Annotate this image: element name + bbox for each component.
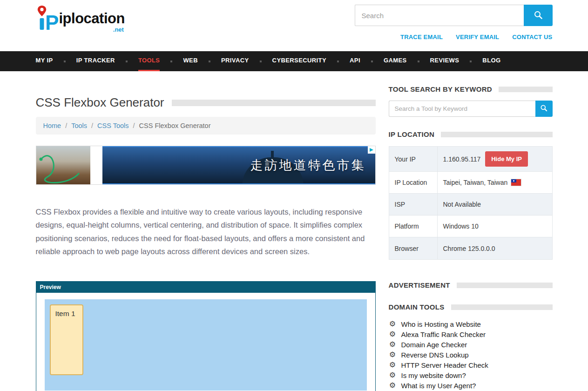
ad-main-image: 走訪地道特色市集 [102,146,375,184]
tool-search [389,101,553,117]
heading-decorative-bar [457,283,553,288]
flex-item-label: Item 1 [55,310,75,317]
ip-location-value: Taipei, Taiwan, Taiwan [443,179,508,186]
domain-tool-link[interactable]: Alexa Traffic Rank Checker [401,330,486,338]
hide-my-ip-button[interactable]: Hide My IP [485,151,528,167]
list-item[interactable]: ⚙ Reverse DNS Lookup [389,350,553,360]
list-item[interactable]: ⚙ What is my User Agent? [389,380,553,391]
nav-item-web[interactable]: WEB [183,51,198,71]
page-title: CSS Flexbox Generator [36,95,164,110]
title-decorative-bar [172,100,376,106]
gear-icon: ⚙ [389,371,397,379]
tool-search-input[interactable] [389,101,535,117]
nav-item-ip-tracker[interactable]: IP TRACKER [76,51,115,71]
preview-panel: Preview Item 1 [36,281,376,391]
svg-text:P: P [45,11,58,32]
heading-decorative-bar [499,87,553,92]
tool-description: CSS Flexbox provides a flexible and intu… [36,205,376,258]
list-item[interactable]: ⚙ Who is Hosting a Website [389,319,553,329]
row-label: ISP [389,194,438,215]
advertisement-heading: ADVERTISEMENT [389,281,553,289]
row-label: IP Location [389,172,438,193]
domain-tool-link[interactable]: HTTP Server Header Check [401,361,488,369]
breadcrumb: Home / Tools / CSS Tools / CSS Flexbox G… [36,117,376,135]
domain-tool-link[interactable]: Who is Hosting a Website [401,320,481,328]
breadcrumb-home[interactable]: Home [43,122,61,129]
breadcrumb-css-tools[interactable]: CSS Tools [97,122,128,129]
preview-header: Preview [36,282,375,293]
gear-icon: ⚙ [389,320,397,328]
breadcrumb-current: CSS Flexbox Generator [139,122,211,129]
nav-separator [170,61,172,62]
nav-separator [126,61,128,62]
list-item[interactable]: ⚙ Domain Age Checker [389,339,553,350]
table-row: ISP Not Available [389,194,552,216]
contact-us-link[interactable]: CONTACT US [512,34,552,40]
domain-tool-link[interactable]: Domain Age Checker [401,341,467,349]
nav-separator [64,61,66,62]
breadcrumb-tools[interactable]: Tools [71,122,87,129]
nav-item-cybersecurity[interactable]: CYBERSECURITY [272,51,326,71]
row-label: Browser [389,237,438,259]
gear-icon: ⚙ [389,351,397,358]
ip-location-heading: IP LOCATION [389,130,553,138]
heading-decorative-bar [451,304,553,310]
list-item[interactable]: ⚙ Alexa Traffic Rank Checker [389,329,553,339]
nav-item-my-ip[interactable]: MY IP [36,51,53,71]
domain-tools-list: ⚙ Who is Hosting a Website ⚙ Alexa Traff… [389,319,553,391]
gear-icon: ⚙ [389,382,397,389]
page: P iplocation .net [0,0,588,391]
list-item[interactable]: ⚙ Is my website down? [389,370,553,380]
trace-email-link[interactable]: TRACE EMAIL [400,34,443,40]
nav-item-api[interactable]: API [350,51,360,71]
ip-info-table: Your IP 1.160.95.117 Hide My IP IP Locat… [389,146,553,260]
table-row: IP Location Taipei, Taiwan, Taiwan [389,172,552,194]
logo-icon: P [36,5,58,32]
your-ip-value: 1.160.95.117 [443,155,481,163]
adchoices-icon[interactable] [368,146,375,154]
taiwan-flag-icon [511,179,521,186]
nav-separator [470,61,472,62]
nav-separator [209,61,210,62]
logo[interactable]: P iplocation .net [36,5,125,40]
tool-search-button[interactable] [535,101,553,117]
logo-tld: .net [113,26,124,33]
list-item[interactable]: ⚙ HTTP Server Header Check [389,360,553,370]
row-label: Your IP [389,147,438,171]
nav-item-privacy[interactable]: PRIVACY [221,51,249,71]
nav-separator [260,61,262,62]
flex-preview-item[interactable]: Item 1 [50,304,83,375]
nav-item-tools[interactable]: TOOLS [138,51,160,71]
nav-separator [371,61,373,62]
nav-separator [418,61,419,62]
ad-left-image [36,146,90,184]
flex-preview-container: Item 1 [45,299,367,391]
domain-tool-link[interactable]: What is my User Agent? [401,382,476,390]
ad-banner[interactable]: 走訪地道特色市集 [36,146,376,185]
gear-icon: ⚙ [389,361,397,369]
preview-body: Item 1 [36,293,375,391]
breadcrumb-separator: / [133,122,135,129]
preview-label: Preview [40,284,61,290]
main-nav: MY IP IP TRACKER TOOLS WEB PRIVACY CYBER… [0,51,588,71]
heading-decorative-bar [441,132,552,137]
search-button[interactable] [524,5,553,26]
gear-icon: ⚙ [389,330,397,338]
ad-headline: 走訪地道特色市集 [250,157,366,174]
header-search [355,5,553,26]
domain-tool-link[interactable]: Reverse DNS Lookup [401,351,469,359]
browser-value: Chrome 125.0.0.0 [443,245,495,252]
breadcrumb-separator: / [91,122,93,129]
domain-tool-link[interactable]: Is my website down? [401,371,466,379]
nav-item-reviews[interactable]: REVIEWS [430,51,460,71]
verify-email-link[interactable]: VERIFY EMAIL [456,34,499,40]
gear-icon: ⚙ [389,341,397,348]
platform-value: Windows 10 [443,222,479,230]
nav-item-blog[interactable]: BLOG [482,51,500,71]
sidebar: TOOL SEARCH BY KEYWORD IP LOCATION Your … [389,85,553,391]
search-input[interactable] [355,5,524,26]
logo-title: iplocation [59,11,125,26]
row-label: Platform [389,216,438,237]
nav-item-games[interactable]: GAMES [384,51,407,71]
table-row: Your IP 1.160.95.117 Hide My IP [389,147,552,172]
